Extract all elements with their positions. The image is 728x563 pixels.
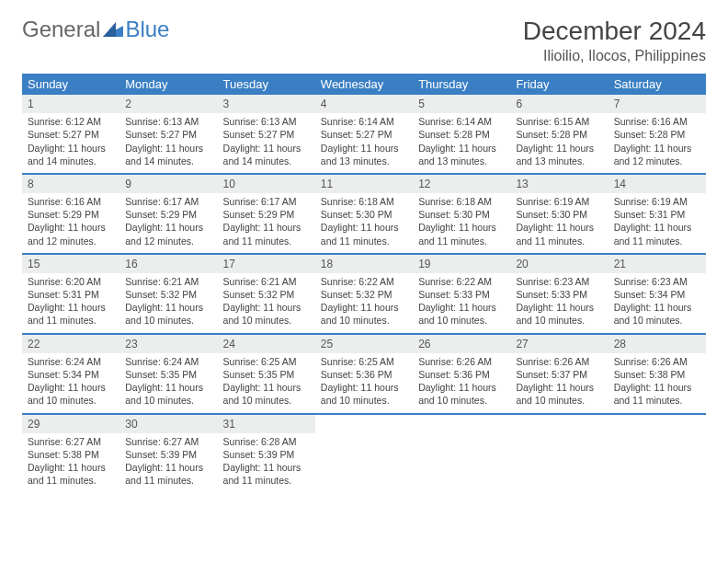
day-detail-cell bbox=[609, 433, 706, 493]
daylight-text: Daylight: 11 hours bbox=[614, 381, 700, 394]
day-number-cell: 5 bbox=[413, 95, 510, 113]
daylight-text-2: and 10 minutes. bbox=[516, 394, 602, 407]
day-number-cell: 12 bbox=[413, 174, 510, 193]
day-detail-cell: Sunrise: 6:14 AMSunset: 5:27 PMDaylight:… bbox=[315, 113, 413, 174]
sunset-text: Sunset: 5:35 PM bbox=[223, 368, 310, 381]
day-detail-cell: Sunrise: 6:26 AMSunset: 5:38 PMDaylight:… bbox=[609, 353, 706, 414]
logo-text-1: General bbox=[22, 17, 100, 42]
daylight-text: Daylight: 11 hours bbox=[614, 142, 700, 155]
daylight-text: Daylight: 11 hours bbox=[223, 301, 310, 314]
day-detail-cell: Sunrise: 6:19 AMSunset: 5:30 PMDaylight:… bbox=[510, 193, 608, 254]
sunset-text: Sunset: 5:30 PM bbox=[321, 208, 407, 221]
daylight-text: Daylight: 11 hours bbox=[614, 301, 700, 314]
sunset-text: Sunset: 5:28 PM bbox=[516, 128, 602, 141]
detail-row: Sunrise: 6:20 AMSunset: 5:31 PMDaylight:… bbox=[22, 273, 706, 334]
sunset-text: Sunset: 5:27 PM bbox=[125, 128, 211, 141]
day-number-cell: 29 bbox=[22, 414, 119, 433]
sunset-text: Sunset: 5:39 PM bbox=[125, 448, 211, 461]
sunrise-text: Sunrise: 6:19 AM bbox=[516, 195, 602, 208]
sunrise-text: Sunrise: 6:25 AM bbox=[223, 355, 310, 368]
day-number-cell: 4 bbox=[315, 95, 413, 113]
day-number-cell bbox=[315, 414, 413, 433]
sunset-text: Sunset: 5:27 PM bbox=[223, 128, 310, 141]
daylight-text-2: and 10 minutes. bbox=[418, 314, 505, 327]
sunset-text: Sunset: 5:27 PM bbox=[321, 128, 407, 141]
day-number-cell: 20 bbox=[510, 254, 608, 273]
day-detail-cell: Sunrise: 6:14 AMSunset: 5:28 PMDaylight:… bbox=[413, 113, 510, 174]
daylight-text-2: and 13 minutes. bbox=[516, 155, 602, 167]
daynum-row: 891011121314 bbox=[22, 174, 706, 193]
day-number-cell: 18 bbox=[315, 254, 413, 273]
day-detail-cell: Sunrise: 6:20 AMSunset: 5:31 PMDaylight:… bbox=[22, 273, 119, 334]
daylight-text-2: and 11 minutes. bbox=[223, 474, 310, 487]
sunrise-text: Sunrise: 6:13 AM bbox=[125, 115, 211, 128]
daylight-text-2: and 10 minutes. bbox=[28, 394, 114, 407]
day-number-cell: 7 bbox=[609, 95, 706, 113]
day-header-row: Sunday Monday Tuesday Wednesday Thursday… bbox=[22, 74, 706, 95]
daylight-text-2: and 11 minutes. bbox=[125, 474, 211, 487]
day-detail-cell: Sunrise: 6:25 AMSunset: 5:36 PMDaylight:… bbox=[315, 353, 413, 414]
sunrise-text: Sunrise: 6:14 AM bbox=[418, 115, 505, 128]
sunrise-text: Sunrise: 6:24 AM bbox=[125, 355, 211, 368]
sunrise-text: Sunrise: 6:18 AM bbox=[418, 195, 505, 208]
day-number-cell: 8 bbox=[22, 174, 119, 193]
sunrise-text: Sunrise: 6:22 AM bbox=[418, 275, 505, 288]
title-block: December 2024 Ilioilio, Ilocos, Philippi… bbox=[523, 17, 706, 64]
daylight-text-2: and 11 minutes. bbox=[418, 235, 505, 247]
header: General Blue December 2024 Ilioilio, Ilo… bbox=[22, 17, 706, 64]
sunrise-text: Sunrise: 6:16 AM bbox=[28, 195, 114, 208]
day-number-cell: 3 bbox=[218, 95, 315, 113]
sunset-text: Sunset: 5:31 PM bbox=[614, 208, 700, 221]
day-detail-cell bbox=[413, 433, 510, 493]
svg-marker-1 bbox=[103, 22, 116, 37]
sunrise-text: Sunrise: 6:26 AM bbox=[418, 355, 505, 368]
sunset-text: Sunset: 5:34 PM bbox=[614, 288, 700, 301]
day-detail-cell: Sunrise: 6:16 AMSunset: 5:29 PMDaylight:… bbox=[22, 193, 119, 254]
day-header: Friday bbox=[510, 74, 608, 95]
daylight-text: Daylight: 11 hours bbox=[321, 301, 407, 314]
sunset-text: Sunset: 5:29 PM bbox=[28, 208, 114, 221]
sunset-text: Sunset: 5:31 PM bbox=[28, 288, 114, 301]
daylight-text-2: and 11 minutes. bbox=[28, 474, 114, 487]
day-detail-cell: Sunrise: 6:23 AMSunset: 5:33 PMDaylight:… bbox=[510, 273, 608, 334]
day-number-cell: 28 bbox=[609, 334, 706, 353]
daynum-row: 1234567 bbox=[22, 95, 706, 113]
daylight-text-2: and 10 minutes. bbox=[223, 314, 310, 327]
daylight-text-2: and 10 minutes. bbox=[418, 394, 505, 407]
daylight-text-2: and 11 minutes. bbox=[223, 235, 310, 247]
day-header: Wednesday bbox=[315, 74, 413, 95]
day-detail-cell: Sunrise: 6:17 AMSunset: 5:29 PMDaylight:… bbox=[218, 193, 315, 254]
day-detail-cell: Sunrise: 6:19 AMSunset: 5:31 PMDaylight:… bbox=[609, 193, 706, 254]
daylight-text: Daylight: 11 hours bbox=[418, 142, 505, 155]
detail-row: Sunrise: 6:16 AMSunset: 5:29 PMDaylight:… bbox=[22, 193, 706, 254]
day-detail-cell: Sunrise: 6:13 AMSunset: 5:27 PMDaylight:… bbox=[119, 113, 217, 174]
daylight-text: Daylight: 11 hours bbox=[321, 221, 407, 234]
daylight-text: Daylight: 11 hours bbox=[125, 381, 211, 394]
sunset-text: Sunset: 5:28 PM bbox=[418, 128, 505, 141]
sunrise-text: Sunrise: 6:15 AM bbox=[516, 115, 602, 128]
daylight-text-2: and 14 minutes. bbox=[223, 155, 310, 167]
day-detail-cell: Sunrise: 6:15 AMSunset: 5:28 PMDaylight:… bbox=[510, 113, 608, 174]
day-number-cell: 27 bbox=[510, 334, 608, 353]
day-number-cell: 14 bbox=[609, 174, 706, 193]
sunset-text: Sunset: 5:28 PM bbox=[614, 128, 700, 141]
daylight-text-2: and 11 minutes. bbox=[516, 235, 602, 247]
day-number-cell bbox=[413, 414, 510, 433]
daylight-text: Daylight: 11 hours bbox=[28, 381, 114, 394]
location-text: Ilioilio, Ilocos, Philippines bbox=[523, 48, 706, 64]
daylight-text: Daylight: 11 hours bbox=[418, 381, 505, 394]
daylight-text: Daylight: 11 hours bbox=[223, 381, 310, 394]
day-detail-cell bbox=[315, 433, 413, 493]
day-detail-cell: Sunrise: 6:26 AMSunset: 5:37 PMDaylight:… bbox=[510, 353, 608, 414]
daylight-text: Daylight: 11 hours bbox=[516, 142, 602, 155]
logo-mark-icon bbox=[103, 17, 123, 42]
sunset-text: Sunset: 5:32 PM bbox=[223, 288, 310, 301]
calendar-table: Sunday Monday Tuesday Wednesday Thursday… bbox=[22, 74, 706, 492]
daylight-text-2: and 10 minutes. bbox=[321, 394, 407, 407]
day-detail-cell: Sunrise: 6:16 AMSunset: 5:28 PMDaylight:… bbox=[609, 113, 706, 174]
day-detail-cell: Sunrise: 6:17 AMSunset: 5:29 PMDaylight:… bbox=[119, 193, 217, 254]
sunrise-text: Sunrise: 6:25 AM bbox=[321, 355, 407, 368]
daylight-text-2: and 11 minutes. bbox=[614, 235, 700, 247]
day-number-cell: 22 bbox=[22, 334, 119, 353]
sunset-text: Sunset: 5:33 PM bbox=[516, 288, 602, 301]
